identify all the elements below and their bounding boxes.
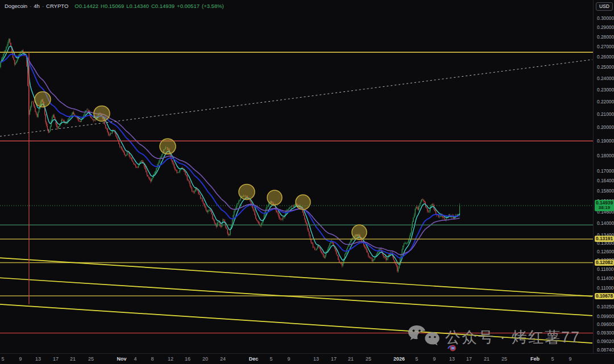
- price-tick-label: 0.12600: [597, 249, 614, 254]
- close-value: C0.14939: [151, 3, 175, 9]
- price-tick-label: 0.27000: [597, 44, 614, 49]
- price-tick-label: 0.09300: [597, 330, 614, 336]
- price-tick-label: 0.11000: [597, 285, 613, 291]
- price-tick-label: 0.10250: [597, 304, 614, 309]
- watermark-text: 公众号 · 烤红薯77: [445, 327, 580, 348]
- time-tick-label: 9: [19, 356, 22, 362]
- ellipse-annotation[interactable]: [35, 91, 51, 107]
- level-price-badge: 0.10678: [595, 293, 614, 299]
- time-tick-label: 5: [269, 356, 272, 362]
- legend-separator: ·: [42, 3, 44, 9]
- price-tick-label: 0.22000: [597, 99, 614, 104]
- exchange-label: CRYPTO: [46, 3, 68, 9]
- time-tick-label: Nov: [117, 356, 126, 362]
- time-tick-label: 25: [366, 356, 371, 362]
- open-value: O0.14422: [74, 3, 98, 9]
- ellipse-annotation[interactable]: [94, 106, 110, 121]
- price-tick-label: 0.16400: [597, 178, 614, 183]
- time-tick-label: 25: [501, 356, 507, 362]
- price-tick-label: 0.15800: [597, 188, 614, 194]
- price-tick-label: 0.20000: [597, 124, 614, 130]
- time-tick-label: 16: [185, 356, 190, 362]
- time-tick-label: 9: [433, 356, 435, 362]
- price-tick-label: 0.08740: [597, 347, 614, 353]
- price-tick-label: 0.21000: [597, 111, 614, 117]
- time-tick-label: 13: [449, 356, 455, 362]
- time-tick-label: 2026: [393, 356, 405, 362]
- price-tick-label: 0.18000: [597, 153, 614, 158]
- watermark: 公众号 · 烤红薯77: [406, 324, 580, 350]
- ellipse-annotation[interactable]: [239, 184, 255, 199]
- time-axis[interactable]: 5913172125Nov4812162024Dec59131721252026…: [0, 353, 614, 364]
- time-tick-label: 17: [331, 356, 337, 362]
- ellipse-annotation[interactable]: [296, 195, 310, 210]
- current-price-badge: 0.1493938:19: [595, 200, 614, 211]
- price-axis[interactable]: USD 0.300000.290000.280000.270000.260000…: [593, 0, 614, 353]
- time-tick-label: 5: [551, 356, 554, 362]
- time-tick-label: 24: [220, 356, 226, 362]
- time-tick-label: 21: [70, 356, 76, 362]
- price-tick-label: 0.19000: [597, 138, 614, 144]
- price-tick-label: 0.26000: [597, 54, 614, 60]
- time-tick-label: 17: [53, 356, 59, 362]
- time-tick-label: 9: [287, 356, 290, 362]
- time-tick-label: 21: [348, 356, 354, 362]
- time-tick-label: 25: [88, 356, 94, 362]
- candlestick-chart-canvas[interactable]: [0, 0, 593, 353]
- currency-usd-button[interactable]: USD: [596, 2, 613, 11]
- time-tick-label: 4: [134, 356, 136, 362]
- time-tick-label: Feb: [530, 356, 540, 362]
- price-tick-label: 0.14000: [597, 220, 614, 226]
- time-tick-label: 12: [168, 356, 173, 362]
- price-tick-label: 0.28000: [597, 34, 614, 40]
- time-tick-label: 13: [35, 356, 41, 362]
- ellipse-annotation[interactable]: [267, 190, 282, 205]
- price-tick-label: 0.11800: [597, 266, 613, 272]
- symbol-legend[interactable]: Dogecoin · 4h · CRYPTO O0.14422 H0.15069…: [5, 3, 224, 9]
- ellipse-annotation[interactable]: [352, 225, 367, 240]
- time-tick-label: 21: [484, 356, 489, 362]
- change-value: +0.00517: [177, 3, 200, 9]
- trading-chart-window: Dogecoin · 4h · CRYPTO O0.14422 H0.15069…: [0, 0, 614, 364]
- price-tick-label: 0.24000: [597, 76, 614, 81]
- wechat-icon: [406, 324, 441, 350]
- bar-countdown: 38:19: [595, 205, 614, 211]
- time-tick-label: 20: [202, 356, 208, 362]
- legend-separator: ·: [30, 3, 31, 9]
- price-tick-label: 0.09020: [597, 338, 614, 344]
- axis-marker-icon: [447, 344, 457, 352]
- change-percent: (+3.58%): [202, 3, 224, 9]
- price-tick-label: 0.23000: [597, 87, 614, 93]
- level-price-badge: 0.12082: [595, 260, 614, 266]
- time-tick-label: 9: [569, 356, 571, 362]
- time-tick-label: 5: [415, 356, 418, 362]
- price-tick-label: 0.30000: [597, 15, 614, 21]
- symbol-name[interactable]: Dogecoin: [5, 3, 27, 9]
- ellipse-annotation[interactable]: [160, 139, 176, 154]
- low-value: L0.14340: [126, 3, 149, 9]
- time-tick-label: 5: [1, 356, 4, 362]
- price-tick-label: 0.25000: [597, 64, 614, 70]
- price-tick-label: 0.09600: [597, 321, 614, 327]
- price-tick-label: 0.17000: [597, 168, 614, 174]
- time-tick-label: 8: [151, 356, 154, 362]
- level-price-badge: 0.13191: [595, 236, 614, 242]
- high-value: H0.15069: [101, 3, 124, 9]
- price-tick-label: 0.11400: [597, 275, 613, 281]
- time-tick-label: 17: [466, 356, 472, 362]
- time-tick-label: Dec: [249, 356, 259, 362]
- interval-label[interactable]: 4h: [34, 3, 40, 9]
- price-tick-label: 0.29000: [597, 24, 614, 30]
- time-tick-label: 13: [313, 356, 319, 362]
- price-tick-label: 0.09900: [597, 313, 614, 319]
